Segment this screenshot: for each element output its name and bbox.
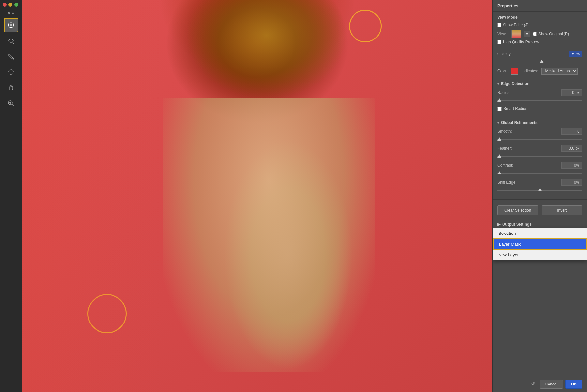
canvas-area[interactable] bbox=[22, 0, 492, 392]
show-edge-row: Show Edge (J) bbox=[497, 23, 582, 27]
expand-button[interactable] bbox=[14, 3, 18, 7]
svg-line-8 bbox=[12, 104, 14, 106]
ok-button[interactable]: OK bbox=[565, 380, 582, 389]
window-collapse-icon[interactable]: » bbox=[12, 10, 14, 15]
invert-button[interactable]: Invert bbox=[542, 205, 583, 215]
lasso-icon bbox=[8, 37, 15, 44]
close-button[interactable] bbox=[3, 3, 7, 7]
show-original-checkbox-label[interactable]: Show Original (P) bbox=[533, 32, 569, 36]
radius-slider-thumb[interactable] bbox=[497, 98, 501, 102]
view-dropdown-btn[interactable]: ▾ bbox=[524, 31, 530, 37]
show-edge-checkbox[interactable] bbox=[497, 23, 501, 27]
global-refinements-chevron: ▾ bbox=[497, 121, 499, 125]
smooth-slider-container[interactable] bbox=[497, 137, 582, 142]
hair-layer bbox=[22, 0, 492, 216]
contrast-slider-container[interactable] bbox=[497, 171, 582, 176]
output-settings-title: Output Settings bbox=[502, 222, 532, 227]
shift-edge-value[interactable]: 0% bbox=[561, 179, 582, 186]
smart-radius-row: Smart Radius bbox=[497, 106, 582, 111]
edge-detection-header[interactable]: ▾ Edge Detection bbox=[497, 82, 582, 86]
output-dropdown-menu: Selection Layer Mask New Layer bbox=[493, 228, 587, 260]
output-option-selection[interactable]: Selection bbox=[493, 228, 587, 238]
view-mode-label: View Mode bbox=[497, 15, 518, 20]
opacity-slider-thumb[interactable] bbox=[540, 60, 544, 63]
global-refinements-header[interactable]: ▾ Global Refinements bbox=[497, 120, 582, 125]
output-dropdown-overlay: Selection Layer Mask New Layer bbox=[493, 228, 587, 260]
smart-radius-checkbox[interactable] bbox=[497, 107, 502, 111]
shift-edge-slider-thumb[interactable] bbox=[538, 188, 542, 191]
lasso-tool[interactable] bbox=[4, 34, 18, 48]
opacity-slider-container[interactable] bbox=[497, 59, 582, 64]
shift-edge-row: Shift Edge: 0% bbox=[497, 179, 582, 186]
show-original-checkbox[interactable] bbox=[533, 32, 537, 36]
contrast-value[interactable]: 0% bbox=[561, 162, 582, 169]
shift-edge-slider-container[interactable] bbox=[497, 188, 582, 193]
minimize-button[interactable] bbox=[8, 3, 12, 7]
radius-row: Radius: 0 px bbox=[497, 89, 582, 96]
canvas-background bbox=[22, 0, 492, 392]
output-settings-header[interactable]: ▶ Output Settings bbox=[497, 222, 582, 227]
contrast-slider-track bbox=[497, 173, 582, 174]
paint-bucket-icon bbox=[8, 53, 15, 60]
window-close-icon[interactable]: × bbox=[8, 10, 10, 15]
view-thumbnail[interactable] bbox=[511, 30, 521, 38]
show-edge-checkbox-label[interactable]: Show Edge (J) bbox=[497, 23, 529, 27]
output-option-new-layer[interactable]: New Layer bbox=[493, 250, 587, 260]
shift-edge-label: Shift Edge: bbox=[497, 180, 517, 185]
selection-lasso-icon bbox=[8, 68, 15, 76]
svg-point-5 bbox=[12, 58, 14, 60]
color-swatch[interactable] bbox=[511, 68, 518, 75]
paint-bucket-tool[interactable] bbox=[4, 49, 18, 64]
output-option-layer-mask[interactable]: Layer Mask bbox=[493, 238, 587, 250]
feather-slider-thumb[interactable] bbox=[497, 154, 501, 158]
contrast-row: Contrast: 0% bbox=[497, 162, 582, 169]
radius-label: Radius: bbox=[497, 90, 511, 95]
high-quality-row: High Quality Preview bbox=[497, 40, 582, 44]
smooth-slider-thumb[interactable] bbox=[497, 137, 501, 141]
window-action-row: × » bbox=[8, 10, 14, 15]
view-label: View: bbox=[497, 32, 509, 36]
clear-selection-button[interactable]: Clear Selection bbox=[497, 205, 538, 215]
radius-slider-container[interactable] bbox=[497, 98, 582, 103]
contrast-label: Contrast: bbox=[497, 163, 513, 168]
selection-lasso-tool[interactable] bbox=[4, 65, 18, 79]
undo-button[interactable]: ↺ bbox=[529, 380, 537, 387]
high-quality-checkbox[interactable] bbox=[497, 40, 501, 44]
smooth-label: Smooth: bbox=[497, 129, 512, 134]
view-mode-section: View Mode Show Edge (J) View: ▾ Show Ori… bbox=[493, 12, 587, 48]
color-row: Color: Indicates: Masked Areas bbox=[497, 68, 582, 75]
brush-refine-tool[interactable] bbox=[4, 18, 18, 32]
view-mode-header: View Mode bbox=[497, 15, 582, 20]
panel-footer: ↺ Cancel OK bbox=[493, 376, 587, 392]
feather-value[interactable]: 0.0 px bbox=[561, 145, 582, 152]
zoom-icon bbox=[8, 100, 15, 107]
svg-point-1 bbox=[10, 24, 12, 26]
view-row: View: ▾ Show Original (P) bbox=[497, 30, 582, 38]
global-refinements-title: Global Refinements bbox=[501, 120, 538, 125]
high-quality-checkbox-label[interactable]: High Quality Preview bbox=[497, 40, 582, 44]
toolbar: × » bbox=[0, 0, 22, 392]
smooth-row: Smooth: 0 bbox=[497, 128, 582, 135]
feather-slider-track bbox=[497, 156, 582, 157]
feather-label: Feather: bbox=[497, 146, 512, 151]
undo-icon: ↺ bbox=[531, 381, 535, 387]
global-refinements-section: ▾ Global Refinements Smooth: 0 Feather: … bbox=[493, 117, 587, 200]
feather-row: Feather: 0.0 px bbox=[497, 145, 582, 152]
opacity-row: Opacity: 52% bbox=[497, 51, 582, 57]
svg-line-6 bbox=[10, 74, 11, 75]
window-controls bbox=[0, 3, 18, 7]
cancel-button[interactable]: Cancel bbox=[540, 380, 563, 389]
zoom-tool[interactable] bbox=[4, 96, 18, 111]
opacity-value[interactable]: 52% bbox=[569, 51, 582, 57]
properties-panel: Properties View Mode Show Edge (J) View:… bbox=[492, 0, 587, 392]
contrast-slider-thumb[interactable] bbox=[497, 171, 501, 174]
feather-slider-container[interactable] bbox=[497, 154, 582, 159]
indicates-label: Indicates: bbox=[521, 69, 538, 73]
indicates-select[interactable]: Masked Areas bbox=[541, 68, 578, 75]
hand-icon bbox=[8, 84, 15, 91]
output-settings-section: ▶ Output Settings Selection Layer Mask N… bbox=[493, 219, 587, 264]
edge-detection-title: Edge Detection bbox=[501, 82, 529, 86]
smooth-value[interactable]: 0 bbox=[561, 128, 582, 135]
hand-tool[interactable] bbox=[4, 81, 18, 95]
radius-value[interactable]: 0 px bbox=[561, 89, 582, 96]
